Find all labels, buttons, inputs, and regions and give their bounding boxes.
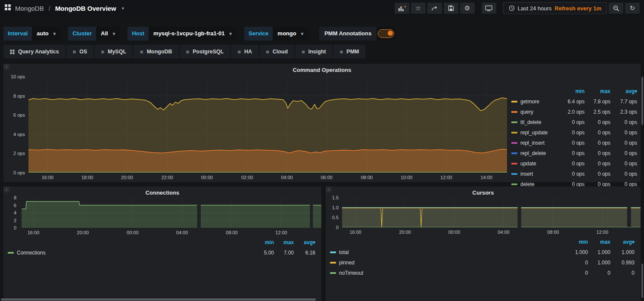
- cycle-view-button[interactable]: [482, 3, 496, 14]
- tab-mongodb[interactable]: ≡MongoDB: [134, 45, 179, 59]
- series-color-swatch: [511, 183, 517, 185]
- y-tick-label: 1.5: [332, 195, 339, 200]
- breadcrumb-section[interactable]: MongoDB: [15, 5, 44, 12]
- settings-button[interactable]: ⚙: [460, 3, 475, 14]
- series-label: repl_delete: [520, 150, 546, 156]
- legend-sort-header[interactable]: min: [563, 239, 588, 245]
- series-label: total: [339, 249, 349, 255]
- tab-query-analytics[interactable]: Query Analytics: [3, 45, 65, 59]
- legend-series-name[interactable]: repl_update: [507, 130, 557, 136]
- filter-value: mongo: [277, 27, 296, 40]
- time-range-label: Last 24 hours: [518, 5, 552, 12]
- legend-series-name[interactable]: total: [326, 249, 563, 255]
- y-tick-label: 8 ops: [13, 93, 25, 99]
- legend-min-value: 2.0 ops: [557, 109, 585, 115]
- legend-series-name[interactable]: repl_insert: [507, 140, 557, 146]
- filter-service[interactable]: Servicemongo▾: [244, 27, 308, 40]
- legend-min-value: 0 ops: [557, 150, 585, 156]
- y-tick-label: 2: [14, 218, 16, 223]
- legend-sort-header[interactable]: max: [588, 239, 610, 245]
- caret-down-icon: ▾: [53, 27, 56, 40]
- tab-ha[interactable]: ≡HA: [231, 45, 258, 59]
- share-button[interactable]: [427, 3, 442, 14]
- menu-icon: ≡: [302, 49, 305, 55]
- time-picker[interactable]: Last 24 hours Refresh every 1m: [503, 2, 607, 14]
- horizontal-scrollbar[interactable]: [1, 298, 316, 301]
- panel-title[interactable]: Cursors: [326, 186, 641, 198]
- legend-series-name[interactable]: query: [507, 109, 557, 115]
- legend-series-name[interactable]: Connections: [3, 250, 252, 256]
- legend-series-name[interactable]: repl_delete: [507, 150, 557, 156]
- save-button[interactable]: [444, 3, 458, 14]
- save-icon: [448, 5, 454, 11]
- series-label: repl_insert: [520, 140, 544, 146]
- zoom-out-button[interactable]: [609, 3, 623, 14]
- legend-avg-value: 1.000: [610, 249, 635, 255]
- caret-down-icon: ▾: [113, 27, 115, 40]
- connections-chart[interactable]: [20, 198, 321, 228]
- series-color-swatch: [511, 152, 517, 154]
- cursors-chart[interactable]: [342, 198, 641, 227]
- legend-max-value: 0 ops: [585, 171, 610, 177]
- x-tick-label: 04:00: [176, 230, 188, 235]
- tv-icon: [485, 5, 492, 11]
- legend-sort-header[interactable]: min: [252, 239, 274, 245]
- legend-min-value: 6.4 ops: [557, 99, 585, 105]
- legend-series-name[interactable]: getmore: [507, 99, 557, 105]
- navbar-actions: ☆ ⚙ Last 24 hours Refresh every 1m ↻: [393, 2, 640, 14]
- apps-grid-icon[interactable]: [4, 4, 11, 12]
- legend-series-name[interactable]: insert: [507, 171, 557, 177]
- legend-scrollbar[interactable]: [641, 264, 643, 298]
- panel-info-icon[interactable]: i: [326, 186, 332, 192]
- tab-postgresql[interactable]: ≡PostgreSQL: [180, 45, 230, 59]
- legend-avg-value: 0 ops: [610, 119, 637, 125]
- add-panel-button[interactable]: [395, 3, 409, 14]
- filter-value-dropdown[interactable]: mysql-s-1vcpu-1gb-fra1-01▾: [149, 27, 236, 40]
- filter-bar: Intervalauto▾ClusterAll▾Hostmysql-s-1vcp…: [3, 27, 641, 40]
- panel-title[interactable]: Command Operations: [3, 64, 641, 75]
- legend-sort-header[interactable]: max: [274, 239, 294, 245]
- command-operations-chart[interactable]: [28, 77, 507, 173]
- legend-series-name[interactable]: pinned: [326, 260, 563, 266]
- series-label: insert: [520, 171, 533, 177]
- tab-cloud[interactable]: ≡Cloud: [259, 45, 294, 59]
- legend-series-name[interactable]: ttl_delete: [507, 119, 557, 125]
- refresh-button[interactable]: ↻: [625, 3, 640, 14]
- filter-host[interactable]: Hostmysql-s-1vcpu-1gb-fra1-01▾: [128, 27, 236, 40]
- legend-row-notimeout: noTimeout000: [326, 268, 641, 278]
- legend-max-value: 7.8 ops: [585, 99, 610, 105]
- panel-info-icon[interactable]: i: [3, 64, 9, 70]
- legend-sort-header[interactable]: min: [557, 88, 585, 94]
- filter-cluster[interactable]: ClusterAll▾: [68, 27, 120, 40]
- star-button[interactable]: ☆: [411, 3, 426, 14]
- legend-sort-header[interactable]: avg▾: [610, 239, 635, 245]
- legend-scrollbar[interactable]: [641, 77, 643, 125]
- filter-label: Cluster: [68, 27, 96, 40]
- panel-title[interactable]: Connections: [3, 186, 321, 198]
- panel-connections: i Connections 02468 16:0020:0000:0004:00…: [3, 186, 321, 301]
- filter-interval[interactable]: Intervalauto▾: [3, 27, 60, 40]
- legend-sort-header[interactable]: avg▾: [610, 88, 637, 94]
- page-title[interactable]: MongoDB Overview: [55, 5, 116, 12]
- filter-value-dropdown[interactable]: mongo▾: [273, 27, 308, 40]
- filter-value-dropdown[interactable]: All▾: [96, 27, 120, 40]
- x-tick-label: 04:00: [281, 175, 293, 180]
- toggle-pill: [378, 29, 394, 38]
- legend-sort-header[interactable]: avg▾: [294, 239, 315, 245]
- filter-value-dropdown[interactable]: auto▾: [32, 27, 60, 40]
- filter-value: mysql-s-1vcpu-1gb-fra1-01: [153, 27, 224, 40]
- tab-insight[interactable]: ≡Insight: [295, 45, 333, 59]
- chevron-down-icon[interactable]: ▾: [122, 6, 124, 11]
- pmm-annotations-toggle[interactable]: [376, 27, 395, 40]
- star-icon: ☆: [415, 4, 421, 12]
- clock-icon: [509, 5, 515, 11]
- tab-mysql[interactable]: ≡MySQL: [94, 45, 133, 59]
- series-color-swatch: [330, 272, 336, 274]
- legend-series-name[interactable]: noTimeout: [326, 270, 563, 276]
- legend-series-name[interactable]: update: [507, 161, 557, 167]
- tab-os[interactable]: ≡OS: [66, 45, 94, 59]
- tab-pmm[interactable]: ≡PMM: [333, 45, 366, 59]
- panel-info-icon[interactable]: i: [3, 186, 9, 192]
- legend-sort-header[interactable]: max: [585, 88, 610, 94]
- legend-max-value: 0: [588, 270, 610, 276]
